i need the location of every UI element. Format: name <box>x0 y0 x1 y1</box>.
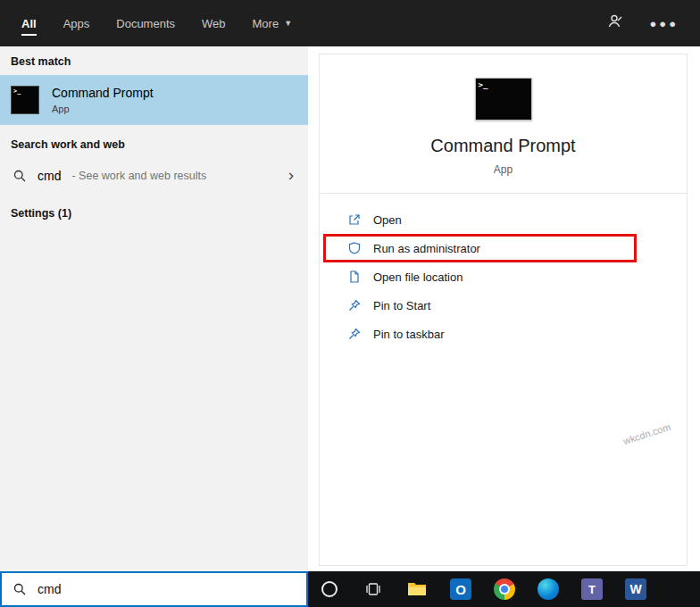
app-detail-card: >_ Command Prompt App Open <box>319 54 688 566</box>
web-result-hint: - See work and web results <box>71 170 206 182</box>
web-result-query: cmd <box>38 169 61 183</box>
search-icon <box>12 169 27 183</box>
web-result-cmd[interactable]: cmd - See work and web results › <box>0 158 308 194</box>
tab-all[interactable]: All <box>21 0 37 46</box>
topbar-actions: ●●● <box>606 12 700 34</box>
taskbar-search-value: cmd <box>38 582 61 596</box>
outlook-icon[interactable] <box>446 571 476 607</box>
user-icon[interactable] <box>606 12 624 34</box>
section-best-match: Best match <box>0 46 308 75</box>
file-explorer-icon[interactable] <box>402 571 432 607</box>
open-icon <box>347 212 362 227</box>
more-options-icon[interactable]: ●●● <box>649 18 679 29</box>
windows-search-screen: All Apps Documents Web More ▼ ●●● Best m… <box>0 0 700 607</box>
filter-tabs: All Apps Documents Web More ▼ <box>0 0 292 46</box>
section-settings: Settings (1) <box>0 194 308 227</box>
chevron-down-icon: ▼ <box>284 19 292 28</box>
best-match-subtitle: App <box>52 104 154 114</box>
admin-shield-icon <box>347 241 362 255</box>
tab-documents[interactable]: Documents <box>116 0 175 46</box>
action-pin-to-start[interactable]: Pin to Start <box>320 291 687 320</box>
taskbar: cmd <box>0 571 700 607</box>
pin-icon <box>347 298 362 312</box>
action-label: Pin to taskbar <box>373 328 445 341</box>
tab-apps[interactable]: Apps <box>63 0 90 46</box>
action-open-file-location[interactable]: Open file location <box>320 262 687 291</box>
file-location-icon <box>347 270 362 284</box>
best-match-title: Command Prompt <box>52 86 154 100</box>
cortana-icon[interactable] <box>314 571 345 607</box>
pin-icon <box>347 327 362 341</box>
app-title: Command Prompt <box>320 136 687 156</box>
best-match-command-prompt[interactable]: >_ Command Prompt App <box>0 75 308 125</box>
word-icon[interactable] <box>621 571 651 607</box>
action-label: Run as administrator <box>373 242 480 255</box>
search-icon <box>12 582 27 596</box>
taskbar-search-input[interactable]: cmd <box>0 571 308 607</box>
app-hero: >_ Command Prompt App <box>320 54 687 176</box>
task-view-icon[interactable] <box>358 571 388 607</box>
action-label: Pin to Start <box>373 299 430 312</box>
action-label: Open file location <box>373 270 462 284</box>
action-pin-to-taskbar[interactable]: Pin to taskbar <box>320 320 687 348</box>
search-filter-bar: All Apps Documents Web More ▼ ●●● <box>0 0 700 46</box>
taskbar-icons <box>308 571 651 607</box>
action-label: Open <box>373 213 402 227</box>
command-prompt-icon-large: >_ <box>475 78 532 121</box>
tab-more[interactable]: More ▼ <box>253 0 293 46</box>
tab-web[interactable]: Web <box>202 0 226 46</box>
teams-icon[interactable] <box>577 571 607 607</box>
section-search-work-web: Search work and web <box>0 125 308 158</box>
search-results-panel: Best match >_ Command Prompt App Search … <box>0 46 308 571</box>
command-prompt-icon: >_ <box>11 86 39 114</box>
detail-panel: >_ Command Prompt App Open <box>308 46 700 571</box>
app-subtitle: App <box>320 163 687 176</box>
action-run-as-administrator[interactable]: Run as administrator <box>323 234 637 262</box>
edge-icon[interactable] <box>533 571 563 607</box>
chrome-icon[interactable] <box>489 571 520 607</box>
chevron-right-icon[interactable]: › <box>288 165 294 185</box>
action-open[interactable]: Open <box>320 205 687 234</box>
divider <box>320 193 687 194</box>
context-actions: Open Run as administrator <box>320 205 687 348</box>
